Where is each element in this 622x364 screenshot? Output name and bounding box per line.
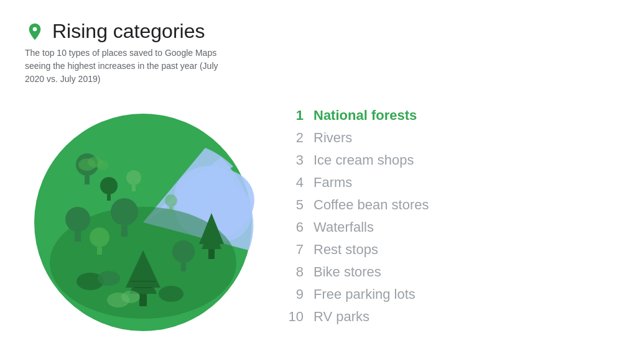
list-item: 9Free parking lots xyxy=(286,286,597,303)
list-label: Coffee bean stores xyxy=(313,197,429,213)
svg-point-21 xyxy=(172,240,195,263)
list-label: Waterfalls xyxy=(313,219,374,235)
page-header: Rising categories xyxy=(25,20,597,43)
list-item: 1National forests xyxy=(286,107,597,124)
list-label: Ice cream shops xyxy=(313,152,414,168)
svg-point-31 xyxy=(98,271,120,286)
chart-area xyxy=(25,92,261,340)
list-rank: 5 xyxy=(286,197,304,213)
svg-point-14 xyxy=(111,198,138,225)
svg-rect-29 xyxy=(169,207,173,212)
list-item: 5Coffee bean stores xyxy=(286,197,597,213)
svg-rect-18 xyxy=(139,294,147,306)
page-title: Rising categories xyxy=(52,20,205,43)
list-rank: 1 xyxy=(286,107,304,124)
svg-rect-15 xyxy=(121,225,128,237)
list-item: 3Ice cream shops xyxy=(286,152,597,168)
list-label: Bike stores xyxy=(313,264,381,280)
list-item: 10RV parks xyxy=(286,309,597,325)
svg-rect-13 xyxy=(97,247,102,255)
svg-point-32 xyxy=(159,286,183,302)
list-label: Free parking lots xyxy=(313,286,415,303)
list-item: 8Bike stores xyxy=(286,264,597,280)
svg-point-37 xyxy=(121,291,140,303)
svg-rect-22 xyxy=(181,263,186,271)
svg-point-0 xyxy=(33,27,37,31)
list-label: Farms xyxy=(313,175,352,191)
list-label: Rest stops xyxy=(313,242,378,258)
list-item: 2Rivers xyxy=(286,130,597,146)
page-subtitle: The top 10 types of places saved to Goog… xyxy=(25,47,236,86)
list-rank: 8 xyxy=(286,264,304,280)
svg-point-28 xyxy=(165,194,177,207)
list-item: 6Waterfalls xyxy=(286,219,597,235)
pin-icon xyxy=(25,22,45,42)
list-rank: 2 xyxy=(286,130,304,146)
list-label: Rivers xyxy=(313,130,352,146)
list-rank: 6 xyxy=(286,219,304,235)
list-item: 4Farms xyxy=(286,175,597,191)
svg-point-12 xyxy=(90,227,109,247)
chart-svg xyxy=(28,95,258,337)
list-rank: 9 xyxy=(286,286,304,303)
svg-rect-25 xyxy=(208,249,215,259)
svg-rect-9 xyxy=(107,194,111,201)
svg-rect-27 xyxy=(132,185,136,191)
svg-point-10 xyxy=(65,207,90,232)
svg-rect-11 xyxy=(75,232,81,242)
list-label: RV parks xyxy=(313,309,369,325)
ranking-list: 1National forests2Rivers3Ice cream shops… xyxy=(286,107,597,325)
svg-rect-7 xyxy=(85,176,90,184)
svg-point-26 xyxy=(126,170,141,185)
svg-point-8 xyxy=(100,177,118,194)
list-rank: 10 xyxy=(286,309,304,325)
list-rank: 4 xyxy=(286,175,304,191)
svg-point-35 xyxy=(96,160,109,170)
list-rank: 7 xyxy=(286,242,304,258)
list-item: 7Rest stops xyxy=(286,242,597,258)
list-rank: 3 xyxy=(286,152,304,168)
main-content: 1National forests2Rivers3Ice cream shops… xyxy=(25,92,597,340)
list-label: National forests xyxy=(313,107,417,124)
